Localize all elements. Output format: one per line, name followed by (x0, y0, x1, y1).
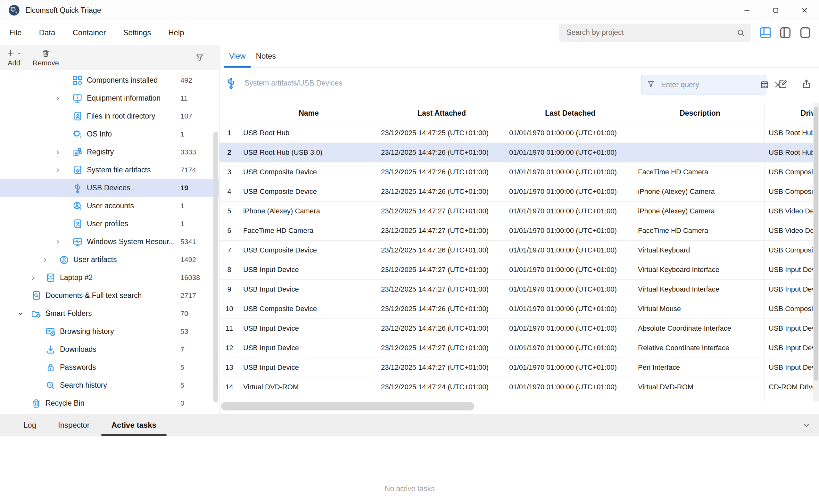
col-header-last-attached[interactable]: Last Attached (377, 103, 505, 123)
sidebar-item-user-profiles[interactable]: User profiles1 (0, 215, 219, 233)
minimize-button[interactable] (732, 0, 761, 20)
sidebar-scrollbar-thumb[interactable] (213, 132, 218, 402)
maximize-button[interactable] (761, 0, 790, 20)
col-header-driver-description[interactable]: Driver Description (765, 103, 819, 123)
sidebar-item-recycle-bin[interactable]: Recycle Bin0 (0, 394, 219, 412)
cell-name: USB Root Hub (USB 3.0) (239, 143, 377, 162)
col-header-last-detached[interactable]: Last Detached (505, 103, 634, 123)
table-row[interactable]: 11USB Input Device23/12/2025 14:47:26 (U… (219, 319, 819, 338)
search-input[interactable] (567, 28, 736, 37)
sidebar-item-downloads[interactable]: Downloads7 (0, 341, 219, 359)
table-row[interactable]: 7USB Composite Device23/12/2025 14:47:26… (219, 241, 819, 260)
vertical-scrollbar-thumb[interactable] (814, 107, 818, 381)
chevron-down-icon (802, 420, 811, 430)
calendar-button[interactable] (760, 80, 769, 89)
query-input[interactable] (661, 80, 756, 89)
table-row[interactable]: 9USB Input Device23/12/2025 14:47:27 (UT… (219, 280, 819, 299)
layout-sidebar-bottom-button[interactable] (758, 25, 773, 40)
table-row[interactable]: 1USB Root Hub23/12/2025 14:47:25 (UTC+01… (219, 123, 819, 143)
cell-row-number: 6 (219, 221, 239, 240)
registry-icon (72, 147, 83, 158)
chevron-right-icon[interactable] (54, 95, 61, 102)
bottom-panel-content: No active tasks (0, 436, 819, 504)
sidebar-item-count: 107 (180, 112, 192, 120)
table-row[interactable]: 2USB Root Hub (USB 3.0)23/12/2025 14:47:… (219, 143, 819, 162)
sidebar-item-browsing-history[interactable]: Browsing history53 (0, 323, 219, 341)
sidebar-item-system-file-artifacts[interactable]: System file artifacts7174 (0, 161, 219, 179)
table-row[interactable]: 5iPhone (Alexey) Camera23/12/2025 14:47:… (219, 202, 819, 221)
sidebar-item-label: System file artifacts (87, 166, 151, 174)
project-search-box[interactable] (559, 24, 751, 42)
cell-description: iPhone (Alexey) Camera (634, 202, 765, 221)
col-header-name[interactable]: Name (239, 103, 377, 123)
table-row[interactable]: 10USB Composite Device23/12/2025 14:47:2… (219, 299, 819, 319)
menu-container[interactable]: Container (72, 28, 106, 37)
chevron-right-icon[interactable] (41, 256, 48, 263)
menu-data[interactable]: Data (39, 28, 55, 37)
tab-view[interactable]: View (224, 45, 251, 67)
layout-split-button[interactable] (778, 25, 793, 40)
table-row[interactable]: 13USB Input Device23/12/2025 14:47:27 (U… (219, 358, 819, 377)
breadcrumb: System artifacts/USB Devices (244, 79, 342, 87)
sidebar-item-count: 3333 (180, 148, 196, 156)
bottom-tab-inspector[interactable]: Inspector (47, 414, 101, 436)
table-row[interactable]: 12USB Input Device23/12/2025 14:47:27 (U… (219, 338, 819, 358)
components-glyph (72, 75, 83, 86)
export-button[interactable] (801, 78, 812, 89)
sidebar-item-windows-system-resour[interactable]: Windows System Resour...5341 (0, 233, 219, 251)
bottom-tab-log[interactable]: Log (12, 414, 47, 436)
chevron-right-icon[interactable] (54, 238, 61, 245)
sidebar-item-equipment-information[interactable]: Equipment information11 (0, 89, 219, 107)
sidebar-filter-button[interactable] (195, 53, 204, 62)
horizontal-scrollbar-thumb[interactable] (221, 402, 474, 410)
layout-single-button[interactable] (798, 25, 813, 40)
table-row[interactable]: 6FaceTime HD Camera23/12/2025 14:47:27 (… (219, 221, 819, 241)
sidebar-item-os-info[interactable]: OS Info1 (0, 125, 219, 143)
sidebar-item-smart-folders[interactable]: Smart Folders70 (0, 305, 219, 323)
chevron-right-icon[interactable] (54, 149, 61, 156)
query-box[interactable] (641, 75, 766, 95)
tab-notes[interactable]: Notes (251, 45, 281, 67)
usb-icon (72, 183, 83, 194)
remove-button[interactable]: Remove (33, 48, 59, 67)
cell-driver: USB Input Device (765, 338, 819, 358)
cell-driver: USB Root Hub (765, 123, 819, 143)
sidebar-item-user-artifacts[interactable]: User artifacts1492 (0, 251, 219, 269)
sidebar-item-passwords[interactable]: Passwords5 (0, 359, 219, 376)
cell-description: Pen Interface (634, 358, 765, 377)
collapse-panel-button[interactable] (802, 420, 811, 430)
sidebar-item-user-accounts[interactable]: User accounts1 (0, 197, 219, 215)
menu-file[interactable]: File (9, 28, 22, 37)
user-info-icon (72, 201, 83, 211)
file-person-icon (72, 219, 83, 229)
table-row[interactable]: 8USB Input Device23/12/2025 14:47:27 (UT… (219, 260, 819, 280)
app-logo-icon (8, 4, 20, 16)
chevron-right-icon[interactable] (54, 167, 61, 174)
sidebar-item-documents-full-text-search[interactable]: Documents & Full text search2717 (0, 287, 219, 305)
sidebar-item-label: USB Devices (87, 184, 130, 192)
menu-settings[interactable]: Settings (123, 28, 151, 37)
bottom-tab-active-tasks[interactable]: Active tasks (101, 414, 167, 436)
file-gear-glyph (72, 165, 83, 176)
sidebar-item-registry[interactable]: Registry3333 (0, 143, 219, 161)
sidebar-item-usb-devices[interactable]: USB Devices19 (0, 179, 219, 197)
menu-help[interactable]: Help (168, 28, 184, 37)
col-header-row-number[interactable] (219, 103, 239, 123)
cell-name: USB Root Hub (239, 123, 377, 143)
col-header-description[interactable]: Description (634, 103, 765, 123)
sidebar-item-components-installed[interactable]: Components installed492 (0, 71, 219, 89)
cell-last-attached: 23/12/2025 14:47:26 (UTC+01:00) (377, 241, 505, 260)
table-row[interactable]: 14Virtual DVD-ROM23/12/2025 14:47:24 (UT… (219, 377, 819, 397)
sidebar-item-label: OS Info (87, 130, 112, 138)
table-row[interactable]: 4USB Composite Device23/12/2025 14:47:26… (219, 182, 819, 202)
edit-button[interactable] (777, 78, 788, 89)
add-button[interactable]: Add (6, 48, 22, 67)
sidebar-item-files-in-root-directory[interactable]: Files in root directory107 (0, 107, 219, 125)
table-row[interactable]: 3USB Composite Device23/12/2025 14:47:26… (219, 162, 819, 182)
close-button[interactable] (790, 0, 819, 20)
chevron-right-icon[interactable] (30, 274, 37, 281)
cell-driver: USB Composite Device (765, 299, 819, 318)
chevron-down-icon[interactable] (17, 310, 24, 317)
sidebar-item-laptop-2[interactable]: Laptop #216038 (0, 269, 219, 287)
sidebar-item-search-history[interactable]: Search history5 (0, 376, 219, 394)
